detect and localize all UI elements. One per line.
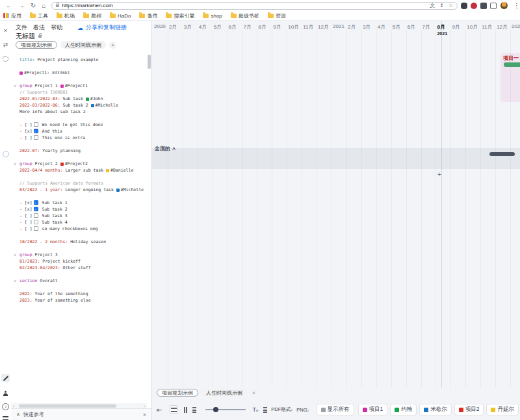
code-line[interactable]: - [ ] This one is extra — [11, 135, 146, 141]
extension-puzzle-icon[interactable] — [480, 3, 487, 9]
code-line[interactable]: 02/2023-04/2023: Other stuff — [11, 265, 146, 271]
code-line[interactable]: #Project1: #d336b1 — [11, 70, 146, 76]
legend-chip[interactable]: 项目2 — [455, 404, 484, 415]
code-line[interactable]: // Supports ISO8601 — [11, 89, 146, 96]
quick-reference-bar[interactable]: ∧ 快速参考 × — [11, 408, 151, 420]
checkbox[interactable] — [34, 207, 38, 211]
code-line[interactable] — [11, 271, 146, 278]
code-line[interactable]: 2022-04/4 months: Larger sub task #Danie… — [11, 167, 146, 174]
bookmark-item[interactable]: HaDo — [110, 13, 131, 19]
document-title[interactable]: 无标题 — [16, 32, 42, 41]
view-timeline-button[interactable] — [170, 405, 178, 414]
event-bar-subtask[interactable] — [504, 62, 520, 67]
code-line[interactable]: - [ ] We need to get this done — [11, 122, 146, 128]
checkbox[interactable] — [34, 226, 38, 231]
menu-kebab-icon[interactable]: ⋮ — [514, 0, 520, 11]
scrollbar-thumb[interactable] — [148, 55, 151, 69]
bookmark-item[interactable]: 应用 — [3, 12, 21, 20]
checkbox[interactable] — [34, 129, 38, 133]
timeline-tab[interactable]: 项目规划示例 — [157, 389, 198, 397]
code-line[interactable] — [11, 154, 146, 161]
code-line[interactable]: ∨group Project 3 — [11, 252, 146, 258]
checkbox[interactable] — [34, 220, 38, 224]
forward-icon[interactable]: → — [18, 0, 25, 11]
close-icon[interactable]: × — [143, 412, 146, 418]
export-png-button[interactable]: PNG↓ — [296, 407, 309, 413]
sidebar-window-icon[interactable] — [490, 3, 497, 9]
profile-person-icon[interactable] — [1, 389, 10, 397]
checkbox[interactable] — [34, 135, 38, 140]
show-all-button[interactable]: 显示所有 — [317, 404, 354, 415]
code-line[interactable] — [11, 174, 146, 180]
code-line[interactable] — [11, 245, 146, 252]
scroll-left-icon[interactable]: ‹ — [11, 404, 16, 408]
fold-arrow-icon[interactable]: ∨ — [14, 252, 16, 258]
bookmark-item[interactable]: 工具 — [30, 12, 48, 20]
settings-gear-icon[interactable] — [1, 55, 10, 63]
code-line[interactable]: - [ ] so many checkboxes omg — [11, 226, 146, 232]
legend-chip[interactable]: 约翰 — [391, 404, 416, 415]
add-tab-button[interactable]: + — [109, 42, 116, 49]
code-line[interactable] — [11, 141, 146, 148]
code-line[interactable] — [11, 63, 146, 70]
hierarchy-view-icon[interactable] — [1, 414, 10, 420]
code-line[interactable]: - [x] Sub task 1 — [11, 200, 146, 206]
bookmark-star-icon[interactable]: ☆ — [448, 3, 453, 8]
bookmark-item[interactable]: 资源 — [268, 12, 286, 20]
menu-item[interactable]: 文件 — [16, 23, 27, 32]
url-bar[interactable]: https://markwhen.com 文 ↥ ☆ — [51, 2, 458, 10]
extension-icon[interactable] — [471, 3, 477, 9]
home-icon[interactable]: ⌂ — [42, 0, 46, 11]
scrollbar-thumb[interactable] — [19, 404, 116, 408]
code-line[interactable]: - [x] And this — [11, 128, 146, 135]
text-size-button[interactable]: To — [252, 406, 258, 413]
code-line[interactable] — [11, 193, 146, 200]
legend-chip[interactable]: 米歇尔 — [420, 404, 451, 415]
translate-icon[interactable]: 文 — [430, 2, 435, 9]
code-line[interactable]: ∨group Project 1 #Project1 — [11, 83, 146, 89]
code-line[interactable]: ∨section Overall — [11, 278, 146, 284]
bookmark-item[interactable]: 教程 — [83, 12, 101, 20]
document-tab[interactable]: 人生时间线示例 — [60, 41, 106, 49]
bookmark-item[interactable]: 备用 — [139, 12, 157, 20]
export-pdf-button[interactable]: PDF格式↓ — [271, 406, 292, 413]
collapse-panel-icon[interactable]: ⇤ — [157, 406, 162, 413]
code-line[interactable]: - [ ] Sub task 3 — [11, 213, 146, 219]
status-bubble-icon[interactable] — [1, 150, 10, 158]
edit-lock-icon[interactable] — [38, 35, 42, 38]
rows-view-icon[interactable] — [192, 407, 196, 413]
collapse-rows-icon[interactable] — [263, 407, 267, 413]
editor-vertical-scrollbar[interactable] — [148, 53, 151, 400]
share-button[interactable]: ☁ 分享和复制链接 — [77, 23, 127, 32]
fold-arrow-icon[interactable]: ∨ — [14, 278, 16, 284]
code-line[interactable]: 2023: Year of something else — [11, 297, 146, 304]
slider-knob[interactable] — [213, 407, 218, 412]
code-line[interactable]: 2022-01/2022-03: Sub task #John — [11, 96, 146, 102]
bookmark-item[interactable]: 超级书签 — [231, 12, 259, 20]
close-panel-icon[interactable]: × — [1, 26, 10, 34]
legend-chip[interactable]: 丹妮尔 — [487, 404, 518, 415]
checkbox[interactable] — [34, 200, 38, 205]
code-line[interactable]: 03/2022 - 1 year: Longer ongoing task #M… — [11, 187, 146, 193]
bookmark-item[interactable]: 机场 — [57, 12, 75, 20]
code-line[interactable]: 01/2023: Project kickoff — [11, 258, 146, 265]
timeline-pane[interactable]: 20202月3月4月5月6月7月8月9月10月11月12月20212月3月4月5… — [151, 21, 520, 420]
section-toggle[interactable]: 全面的 ∧ — [155, 145, 176, 152]
swap-panels-icon[interactable]: ⇄ — [1, 40, 10, 49]
code-line[interactable]: 2022-07: Yearly planning — [11, 148, 146, 154]
back-icon[interactable]: ← — [6, 0, 12, 11]
editor-horizontal-scrollbar[interactable]: ‹ › — [11, 403, 147, 408]
menu-item[interactable]: 帮助 — [51, 23, 62, 32]
timeline-tab[interactable]: 人生时间线示例 — [202, 389, 247, 397]
bookmark-item[interactable]: shop — [203, 13, 222, 19]
add-tab-button[interactable]: + — [250, 389, 257, 397]
document-tab[interactable]: 项目规划示例 — [16, 41, 57, 49]
code-line[interactable]: - [x] Sub task 2 — [11, 206, 146, 213]
code-line[interactable]: title: Project planning example — [11, 57, 146, 63]
group-label[interactable]: 项目一 — [503, 55, 520, 62]
code-line[interactable] — [11, 76, 146, 83]
checkbox[interactable] — [34, 122, 38, 127]
event-bar-year[interactable] — [489, 152, 515, 156]
zoom-slider[interactable] — [205, 409, 246, 410]
code-line[interactable]: - [ ] Sub task 4 — [11, 219, 146, 226]
